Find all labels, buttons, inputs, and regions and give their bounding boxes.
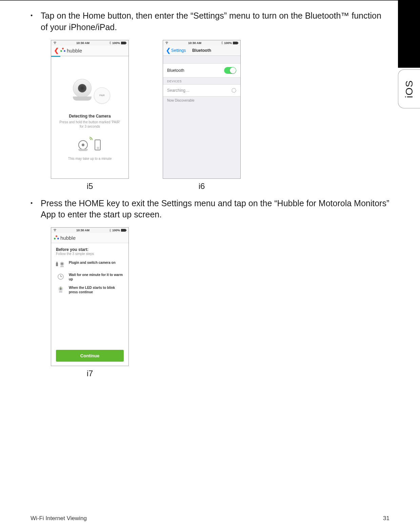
wifi-icon — [53, 229, 57, 232]
bluetooth-icon — [221, 41, 223, 44]
screenshot-i5: 10:30 AM 100% ❮ — [51, 40, 129, 179]
hubble-nav-bar: hubble — [51, 233, 128, 243]
svg-rect-14 — [60, 266, 64, 267]
hubble-app-name: hubble — [67, 48, 82, 54]
wifi-icon — [53, 42, 57, 44]
ios-tab-label: iOS — [403, 80, 415, 98]
page-footer: Wi-Fi Internet Viewing 31 — [31, 515, 389, 522]
pair-button-illustration: PAIR — [94, 87, 110, 104]
i5-content: PAIR Detecting the Camera Press and hold… — [51, 57, 128, 164]
detecting-subtitle: Press and hold the button marked 'PAIR' … — [54, 120, 126, 129]
bullet-text-1: Tap on the Home button, then enter the “… — [41, 10, 389, 33]
screenshot-i6: 10:30 AM 100% ❮ Settings — [163, 40, 241, 179]
step-1: Plugin and switch camera on — [56, 260, 124, 269]
led-camera-icon — [56, 285, 65, 294]
spinner-icon — [232, 88, 236, 93]
status-bar: 10:30 AM 100% — [51, 228, 128, 233]
svg-point-21 — [60, 287, 61, 288]
ios-nav-bar: ❮ Settings Bluetooth — [163, 46, 240, 56]
footer-page-number: 31 — [383, 515, 389, 522]
back-chevron-icon: ❮ — [166, 47, 171, 54]
svg-point-13 — [61, 263, 63, 265]
document-page: iOS • Tap on the Home button, then enter… — [0, 0, 420, 532]
status-bar: 10:30 AM 100% — [163, 40, 240, 46]
ios-side-tab: iOS — [398, 69, 420, 108]
step-3: When the LED starts to blink press conti… — [56, 285, 124, 294]
status-time: 10:30 AM — [76, 229, 89, 232]
screenshots-row-1: 10:30 AM 100% ❮ — [51, 40, 389, 191]
bluetooth-icon — [109, 41, 111, 44]
step-1-text: Plugin and switch camera on — [69, 260, 116, 265]
screenshot-i7: 10:30 AM 100% — [51, 227, 129, 366]
svg-rect-7 — [121, 229, 126, 232]
battery-icon — [233, 42, 238, 44]
nav-title: Bluetooth — [192, 48, 211, 53]
step-3-text: When the LED starts to blink press conti… — [69, 285, 124, 294]
step-2: Wait for one minute for it to warm up — [56, 273, 124, 281]
bullet-dot: • — [31, 198, 41, 221]
svg-rect-22 — [59, 291, 62, 293]
before-start-sub: Follow the 3 simple steps — [56, 252, 124, 256]
svg-point-3 — [166, 43, 167, 44]
svg-rect-5 — [238, 42, 238, 44]
svg-rect-1 — [121, 42, 126, 44]
caption-i7: i7 — [87, 369, 93, 378]
hubble-logo: hubble — [60, 48, 82, 54]
svg-rect-8 — [126, 230, 126, 231]
screenshot-i5-col: 10:30 AM 100% ❮ — [51, 40, 129, 191]
detecting-footer: This may take up to a minute — [54, 157, 126, 161]
top-rule — [0, 0, 398, 1]
status-battery-text: 100% — [112, 229, 120, 232]
signal-icon — [87, 136, 94, 143]
clock-icon — [56, 273, 65, 281]
continue-label: Continue — [80, 353, 99, 358]
svg-rect-4 — [233, 42, 238, 44]
bluetooth-row-label: Bluetooth — [167, 68, 184, 73]
svg-point-20 — [60, 288, 62, 290]
bluetooth-icon — [109, 229, 111, 232]
bluetooth-toggle[interactable] — [224, 67, 236, 74]
hubble-nav-bar: ❮ hubble — [51, 46, 128, 56]
searching-label: Searching… — [167, 88, 189, 93]
camera-illustration: PAIR — [69, 76, 110, 111]
status-bar: 10:30 AM 100% — [51, 40, 128, 46]
wifi-icon — [165, 42, 168, 44]
hubble-app-name: hubble — [60, 235, 76, 241]
bullet-item-2: • Press the HOME key to exit the Setting… — [31, 198, 389, 221]
status-battery-text: 100% — [224, 41, 232, 45]
black-side-tab — [398, 0, 420, 68]
step-2-text: Wait for one minute for it to warm up — [69, 273, 124, 281]
phone-icon — [95, 140, 101, 150]
status-battery-text: 100% — [112, 41, 120, 45]
bullet-item-1: • Tap on the Home button, then enter the… — [31, 10, 389, 33]
devices-header: DEVICES — [163, 78, 240, 84]
searching-row: Searching… — [163, 84, 240, 97]
hubble-logo: hubble — [54, 235, 76, 241]
screenshot-i6-col: 10:30 AM 100% ❮ Settings — [163, 40, 241, 191]
plug-camera-icon — [56, 260, 65, 269]
settings-back-button[interactable]: ❮ Settings — [166, 47, 186, 54]
discoverable-label: Now Discoverable — [163, 97, 240, 104]
back-label: Settings — [171, 48, 186, 53]
caption-i6: i6 — [199, 182, 205, 191]
footer-section-title: Wi-Fi Internet Viewing — [31, 515, 87, 522]
hubble-logo-icon — [54, 235, 59, 241]
i7-content: Before you start: Follow the 3 simple st… — [51, 243, 128, 366]
bluetooth-toggle-row[interactable]: Bluetooth — [163, 63, 240, 78]
before-start-heading: Before you start: — [56, 247, 124, 252]
status-time: 10:30 AM — [76, 41, 89, 45]
battery-icon — [121, 42, 126, 44]
svg-rect-2 — [126, 42, 126, 44]
i6-content: Bluetooth DEVICES Searching… Now Discove… — [163, 56, 240, 178]
continue-button[interactable]: Continue — [56, 350, 124, 362]
svg-point-6 — [55, 231, 55, 232]
bullet-dot: • — [31, 10, 41, 33]
pairing-icons — [76, 135, 103, 154]
screenshot-i7-col: 10:30 AM 100% — [51, 227, 129, 378]
hubble-logo-icon — [60, 48, 66, 53]
battery-icon — [121, 229, 126, 232]
detecting-title: Detecting the Camera — [54, 114, 126, 119]
status-time: 10:30 AM — [188, 41, 201, 45]
back-chevron-icon[interactable]: ❮ — [54, 47, 59, 54]
bullet-text-2: Press the HOME key to exit the Settings … — [41, 198, 389, 221]
